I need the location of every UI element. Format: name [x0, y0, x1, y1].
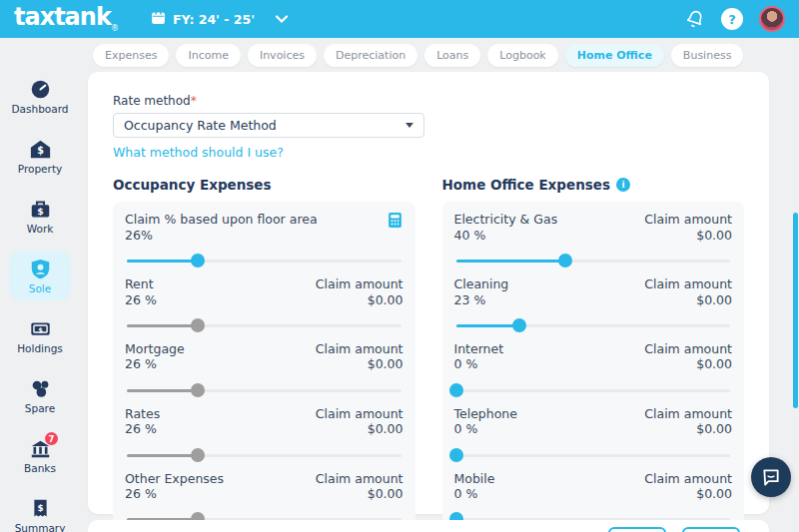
tab-income[interactable]: Income [176, 44, 240, 67]
occupancy-expenses-card: Claim % based upon floor area 26% Rent 2… [113, 202, 415, 532]
expense-percent: 26 % [125, 356, 185, 372]
percent-slider[interactable] [127, 448, 401, 462]
select-caret-icon [405, 123, 413, 128]
expense-row: Cleaning 23 % Claim amount $0.00 [454, 276, 733, 332]
claim-amount-label: Claim amount [644, 276, 732, 292]
sidebar-item-work[interactable]: $Work [9, 192, 71, 241]
percent-slider[interactable] [127, 383, 401, 397]
sidebar-item-holdings[interactable]: $Holdings [9, 311, 71, 360]
help-button[interactable]: ? [721, 8, 743, 30]
expense-label: Mortgage [125, 341, 185, 357]
cutoff-button-2[interactable] [682, 527, 740, 532]
claim-amount-value: $0.00 [644, 421, 732, 437]
expense-label: Claim % based upon floor area [125, 212, 318, 228]
tab-depreciation[interactable]: Depreciation [324, 44, 417, 67]
vertical-scrollbar[interactable] [793, 213, 798, 408]
sidebar-item-property[interactable]: $Property [9, 132, 71, 181]
tab-logbook[interactable]: Logbook [487, 44, 557, 67]
calculator-icon[interactable] [387, 214, 403, 233]
sidebar-item-label: Holdings [17, 342, 63, 354]
tab-bar: ExpensesIncomeInvoicesDepreciationLoansL… [93, 44, 743, 67]
percent-slider[interactable] [456, 318, 731, 332]
occupancy-expenses-panel: Occupancy Expenses Claim % based upon fl… [113, 177, 415, 532]
home-office-expenses-title: Home Office Expenses i [442, 177, 745, 193]
rate-method-label: Rate method* [113, 94, 744, 108]
tab-expenses[interactable]: Expenses [93, 44, 169, 67]
app-logo: taxtank® [14, 5, 119, 33]
chat-bubble-button[interactable] [751, 457, 791, 497]
expense-percent: 26 % [125, 486, 224, 502]
claim-amount-label: Claim amount [316, 471, 403, 487]
tab-business[interactable]: Business [671, 44, 744, 67]
percent-slider[interactable] [456, 448, 731, 462]
shield-icon [29, 258, 51, 279]
tab-invoices[interactable]: Invoices [248, 44, 317, 67]
claim-amount-label: Claim amount [644, 212, 732, 228]
sidebar-item-summary[interactable]: $Summary [9, 491, 71, 532]
claim-amount-value: $0.00 [316, 292, 403, 308]
expense-percent: 26 % [125, 421, 160, 437]
sidebar-item-label: Spare [25, 402, 55, 414]
sidebar-item-spare[interactable]: Spare [9, 371, 71, 420]
percent-slider[interactable] [127, 254, 401, 267]
user-avatar[interactable] [759, 6, 785, 32]
expense-row: Claim % based upon floor area 26% [125, 212, 403, 267]
briefcase-dollar-icon: $ [29, 198, 51, 220]
claim-amount-value: $0.00 [644, 228, 732, 244]
top-bar: taxtank® FY: 24' - 25' ? [0, 0, 799, 38]
expense-row: Telephone 0 % Claim amount $0.00 [454, 406, 733, 462]
expense-label: Internet [454, 341, 504, 357]
tab-home-office[interactable]: Home Office [565, 44, 664, 67]
chat-icon [761, 467, 781, 487]
claim-amount-label: Claim amount [316, 276, 403, 292]
expense-label: Telephone [454, 406, 517, 422]
cutoff-button-1[interactable] [608, 527, 666, 532]
expense-label: Cleaning [454, 276, 509, 292]
home-office-panel: Rate method* Occupancy Rate Method What … [88, 72, 769, 514]
sidebar-item-dashboard[interactable]: Dashboard [9, 72, 71, 121]
tab-loans[interactable]: Loans [424, 44, 480, 67]
home-office-expenses-panel: Home Office Expenses i Electricity & Gas… [442, 177, 745, 532]
sidebar-item-label: Sole [29, 282, 51, 294]
method-help-link[interactable]: What method should I use? [113, 145, 284, 160]
expense-percent: 0 % [454, 486, 495, 502]
calendar-icon [151, 10, 166, 28]
expense-row: Internet 0 % Claim amount $0.00 [454, 341, 733, 397]
expense-label: Rates [125, 406, 160, 422]
claim-amount-label: Claim amount [316, 341, 403, 357]
claim-amount-value: $0.00 [316, 356, 403, 372]
sidebar-item-sole[interactable]: Sole [9, 252, 71, 300]
claim-amount-label: Claim amount [644, 341, 732, 357]
rate-method-select[interactable]: Occupancy Rate Method [113, 113, 424, 138]
sidebar-item-banks[interactable]: 7Banks [9, 431, 71, 480]
gauge-icon [29, 78, 51, 100]
percent-slider[interactable] [127, 318, 401, 332]
rate-method-value: Occupancy Rate Method [124, 118, 277, 133]
sidebar-item-label: Summary [15, 522, 66, 532]
expense-label: Electricity & Gas [454, 212, 558, 228]
info-icon[interactable]: i [616, 178, 630, 192]
house-dollar-icon: $ [29, 138, 51, 160]
svg-text:$: $ [37, 502, 43, 512]
occupancy-expenses-title: Occupancy Expenses [113, 177, 415, 193]
percent-slider[interactable] [456, 383, 731, 397]
banknote-icon: $ [29, 317, 51, 339]
svg-text:$: $ [37, 205, 43, 216]
financial-year-selector[interactable]: FY: 24' - 25' [151, 10, 288, 28]
notification-bell-icon[interactable] [685, 9, 705, 29]
expense-row: Electricity & Gas 40 % Claim amount $0.0… [454, 212, 733, 267]
notification-badge: 7 [45, 432, 58, 445]
percent-slider[interactable] [456, 254, 731, 267]
bank-icon: 7 [29, 437, 51, 459]
claim-amount-value: $0.00 [644, 356, 732, 372]
expense-percent: 23 % [454, 292, 509, 308]
help-glyph: ? [728, 12, 736, 27]
sidebar-item-label: Work [27, 223, 54, 235]
claim-amount-label: Claim amount [644, 471, 732, 487]
registered-mark: ® [111, 24, 119, 33]
expense-percent: 0 % [454, 421, 517, 437]
expense-row: Rent 26 % Claim amount $0.00 [125, 276, 403, 332]
svg-text:$: $ [37, 145, 44, 156]
claim-amount-value: $0.00 [316, 486, 403, 502]
expense-percent: 26% [125, 228, 318, 244]
